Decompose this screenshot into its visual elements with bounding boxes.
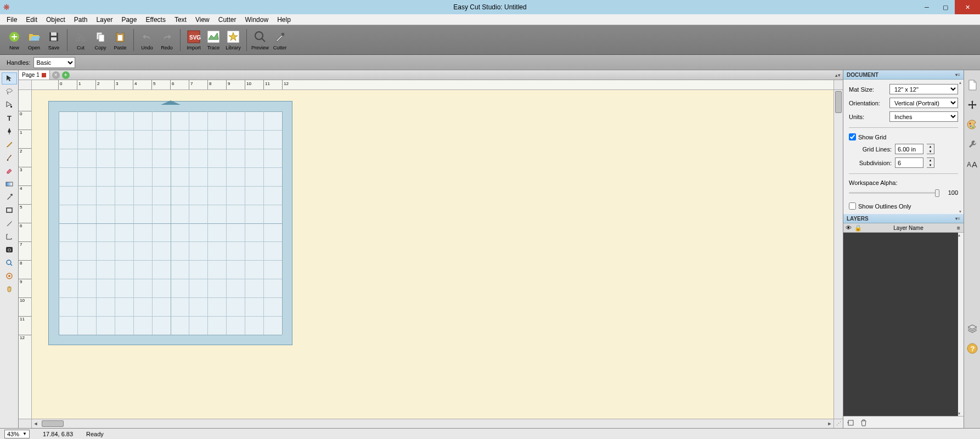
new-button[interactable]: New (4, 29, 24, 50)
document-panel-header[interactable]: DOCUMENT ▾≡ (843, 70, 964, 80)
page-tab-label: Page 1 (22, 72, 40, 78)
brush-tool[interactable] (2, 151, 17, 164)
panel-menu-icon[interactable]: ▾≡ (955, 72, 960, 77)
handles-select[interactable]: Basic (33, 57, 75, 68)
layers-list[interactable] (843, 233, 958, 416)
help-tab-icon[interactable]: ? (966, 342, 978, 354)
measure-tool[interactable] (2, 230, 17, 243)
eraser-tool[interactable] (2, 165, 17, 177)
svg-line-27 (10, 264, 12, 266)
node-tool[interactable] (2, 99, 17, 111)
svg-rect-30 (848, 420, 853, 425)
tool-palette: T O (0, 70, 19, 428)
pen-tool[interactable] (2, 125, 17, 137)
units-select[interactable]: Inches (889, 111, 958, 122)
show-outlines-checkbox[interactable] (849, 202, 856, 210)
redo-icon (159, 29, 174, 44)
show-grid-checkbox[interactable] (849, 133, 856, 140)
text-tab-icon[interactable]: AA (966, 158, 978, 170)
svg-point-29 (8, 275, 10, 277)
page-add-button[interactable]: + (62, 71, 70, 79)
wrench-tab-icon[interactable] (966, 138, 978, 150)
palette-tab-icon[interactable] (966, 119, 978, 131)
menu-page[interactable]: Page (117, 15, 141, 25)
svg-text:O: O (8, 247, 11, 252)
close-button[interactable]: ✕ (955, 0, 980, 14)
menu-text[interactable]: Text (170, 15, 191, 25)
cut-button[interactable]: Cut (71, 29, 91, 50)
text-tool[interactable]: T (2, 112, 17, 124)
layers-panel-header[interactable]: LAYERS ▾≡ (843, 214, 964, 223)
page-tabs: Page 1 × + ▴▾ (19, 70, 843, 80)
mat-size-select[interactable]: 12" x 12" (889, 84, 958, 94)
canvas-area: Page 1 × + ▴▾ 0123456789101112 012345678… (19, 70, 843, 428)
menu-help[interactable]: Help (273, 15, 295, 25)
shape-tool[interactable] (2, 204, 17, 216)
svg-text:A: A (972, 160, 977, 169)
gridlines-input[interactable] (895, 144, 923, 154)
trace-icon (206, 29, 221, 44)
menu-effects[interactable]: Effects (141, 15, 170, 25)
menu-view[interactable]: View (191, 15, 214, 25)
subdivision-label: Subdivision: (849, 160, 892, 166)
menu-object[interactable]: Object (42, 15, 70, 25)
menu-edit[interactable]: Edit (21, 15, 42, 25)
horizontal-scrollbar[interactable]: ◄ ► (32, 419, 833, 428)
right-panels: DOCUMENT ▾≡ ▴▾ Mat Size: 12" x 12" Orien… (843, 70, 964, 428)
gradient-tool[interactable] (2, 178, 17, 190)
eyedropper-tool[interactable] (2, 191, 17, 203)
trace-button[interactable]: Trace (204, 29, 223, 50)
select-tool[interactable] (2, 72, 17, 85)
document-tab-icon[interactable] (966, 79, 978, 91)
zoom-select[interactable]: 43% ▼ (4, 430, 30, 438)
right-tab-strip: AA ? (964, 70, 980, 428)
layers-options-icon[interactable]: ≡ (954, 225, 964, 231)
subdivision-spinner[interactable]: ▲▼ (927, 157, 934, 168)
units-label: Units: (849, 114, 886, 120)
cutter-button[interactable]: Cutter (270, 29, 290, 50)
layers-tab-icon[interactable] (966, 323, 978, 335)
workspace-alpha-slider[interactable] (849, 192, 939, 194)
collapse-icon[interactable]: ▴▾ (835, 72, 841, 78)
page-tab-1[interactable]: Page 1 (19, 70, 50, 80)
ruler-corner (19, 80, 32, 90)
copy-button[interactable]: Copy (91, 29, 110, 50)
vertical-scrollbar[interactable] (833, 90, 843, 419)
library-button[interactable]: Library (223, 29, 243, 50)
redo-button[interactable]: Redo (157, 29, 177, 50)
add-layer-button[interactable] (847, 419, 854, 426)
zoom-tool[interactable] (2, 257, 17, 269)
hand-tool[interactable] (2, 283, 17, 295)
layers-panel-menu-icon[interactable]: ▾≡ (955, 216, 960, 221)
workspace[interactable] (32, 90, 833, 419)
svg-point-22 (10, 194, 13, 196)
preview-button[interactable]: Preview (250, 29, 270, 50)
copy-icon (93, 29, 108, 44)
paste-button[interactable]: Paste (110, 29, 130, 50)
orientation-select[interactable]: Vertical (Portrait) (889, 98, 958, 108)
save-button[interactable]: Save (44, 29, 64, 50)
maximize-button[interactable]: ▢ (936, 0, 955, 14)
minimize-button[interactable]: ─ (917, 0, 936, 14)
menu-path[interactable]: Path (70, 15, 92, 25)
menu-file[interactable]: File (2, 15, 21, 25)
knife-tool[interactable] (2, 217, 17, 229)
menu-layer[interactable]: Layer (92, 15, 117, 25)
pencil-tool[interactable] (2, 138, 17, 150)
page-close-button[interactable]: × (52, 71, 60, 79)
delete-layer-button[interactable] (860, 419, 868, 426)
menu-cutter[interactable]: Cutter (214, 15, 241, 25)
subdivision-input[interactable] (895, 157, 923, 168)
stencil-tool[interactable]: O (2, 244, 17, 256)
move-tab-icon[interactable] (966, 99, 978, 111)
cursor-coords: 17.84, 6.83 (43, 431, 73, 437)
menu-window[interactable]: Window (240, 15, 273, 25)
gridlines-spinner[interactable]: ▲▼ (927, 144, 934, 154)
menubar: FileEditObjectPathLayerPageEffectsTextVi… (0, 14, 980, 25)
workspace-alpha-label: Workspace Alpha: (849, 179, 958, 186)
import-button[interactable]: SVGImport (184, 29, 204, 50)
crop-tool[interactable] (2, 270, 17, 282)
undo-button[interactable]: Undo (137, 29, 157, 50)
lasso-tool[interactable] (2, 86, 17, 98)
open-button[interactable]: Open (24, 29, 44, 50)
